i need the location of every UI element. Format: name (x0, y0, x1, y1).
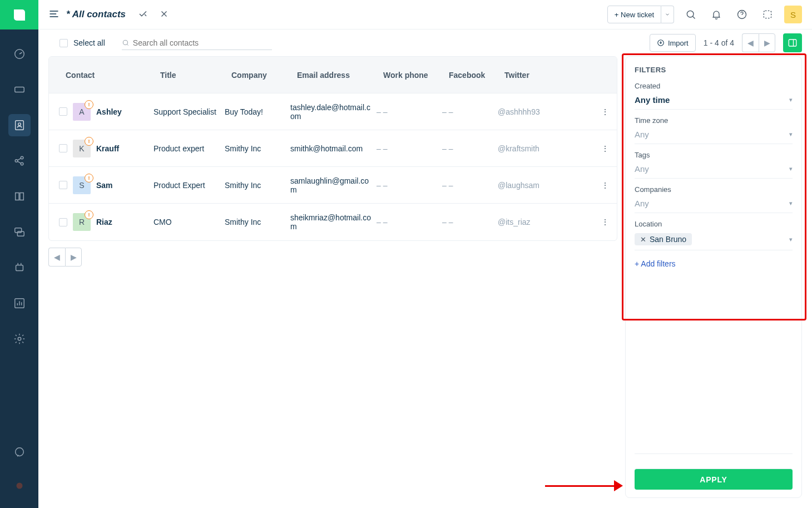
filter-created-select[interactable]: Any time ▾ (635, 92, 793, 110)
share-icon (13, 155, 26, 167)
nav-dashboard[interactable] (8, 43, 31, 65)
row-checkbox[interactable] (59, 218, 67, 226)
svg-rect-1 (14, 87, 24, 92)
nav-admin[interactable] (8, 328, 31, 350)
close-view-button[interactable] (159, 9, 169, 21)
contact-twitter: @kraftsmith (498, 144, 565, 153)
search-icon (685, 9, 696, 20)
contact-name: Sam (96, 181, 113, 190)
chart-icon (13, 297, 26, 309)
nav-forums[interactable] (8, 221, 31, 243)
filter-created-value: Any time (635, 95, 670, 105)
contact-facebook: – – (442, 181, 498, 190)
filter-companies-label: Companies (635, 185, 793, 194)
logo[interactable] (0, 0, 38, 29)
bot-icon (13, 262, 26, 274)
new-ticket-button[interactable]: + New ticket (607, 6, 661, 23)
select-all-checkbox[interactable] (60, 39, 68, 47)
next-page-button[interactable]: ▶ (759, 33, 775, 52)
nav-automation[interactable] (8, 257, 31, 279)
col-email[interactable]: Email address (297, 71, 383, 80)
search-contacts-field[interactable] (122, 36, 272, 50)
nav-contacts[interactable] (8, 114, 31, 136)
filter-timezone-value: Any (635, 130, 649, 139)
row-checkbox[interactable] (59, 107, 67, 116)
notifications-button[interactable] (707, 6, 725, 23)
chat-circle-icon (13, 446, 26, 458)
freshworks-button[interactable] (759, 6, 776, 23)
filter-companies-select[interactable]: Any ▾ (635, 196, 793, 213)
next-page-button-bottom[interactable]: ▶ (65, 248, 82, 267)
table-row[interactable]: R Riaz CMO Smithy Inc sheikmriaz@hotmail… (49, 204, 617, 240)
nav-social[interactable] (8, 150, 31, 172)
contact-phone: – – (377, 181, 442, 190)
search-icon (122, 39, 130, 47)
contact-name: Krauff (96, 144, 119, 153)
remove-location-tag[interactable]: ✕ (640, 236, 646, 243)
filter-tags-label: Tags (635, 151, 793, 159)
col-company[interactable]: Company (231, 71, 297, 80)
location-tag-text: San Bruno (650, 235, 686, 244)
filter-timezone-select[interactable]: Any ▾ (635, 127, 793, 144)
save-view-button[interactable] (138, 9, 148, 21)
filter-panel-toggle[interactable] (783, 33, 802, 52)
contact-phone: – – (377, 144, 442, 153)
nav-status[interactable] (8, 475, 31, 497)
contact-title: Product Expert (154, 181, 225, 190)
contact-phone: – – (377, 107, 442, 116)
table-row[interactable]: K Krauff Product expert Smithy Inc smith… (49, 130, 617, 167)
filter-tags-value: Any (635, 164, 649, 174)
nav-solutions[interactable] (8, 185, 31, 208)
nav-tickets[interactable] (8, 78, 31, 101)
filter-location-label: Location (635, 220, 793, 228)
row-menu-button[interactable]: ⋮ (592, 107, 609, 116)
add-filters-link[interactable]: + Add filters (635, 259, 793, 268)
row-menu-button[interactable]: ⋮ (592, 181, 609, 190)
hamburger-icon (48, 9, 60, 19)
contact-name: Ashley (96, 107, 122, 116)
freshdesk-logo-icon (11, 7, 28, 23)
contact-email: sheikmriaz@hotmail.com (290, 213, 377, 231)
col-contact[interactable]: Contact (66, 71, 160, 80)
row-checkbox[interactable] (59, 181, 67, 189)
import-icon (657, 39, 665, 47)
row-menu-button[interactable]: ⋮ (592, 144, 609, 153)
contacts-table: Contact Title Company Email address Work… (48, 56, 617, 241)
svg-rect-9 (16, 265, 23, 270)
contact-avatar: R (73, 213, 91, 231)
col-title[interactable]: Title (160, 71, 231, 80)
chats-icon (13, 226, 26, 238)
new-ticket-dropdown[interactable] (661, 6, 674, 23)
filter-location-select[interactable]: ✕ San Bruno ▾ (635, 230, 793, 250)
help-button[interactable] (733, 6, 751, 23)
chevron-down-icon: ▾ (789, 200, 793, 207)
menu-toggle[interactable] (48, 9, 60, 21)
col-phone[interactable]: Work phone (383, 71, 449, 80)
table-row[interactable]: A Ashley Support Specialist Buy Today! t… (49, 93, 617, 130)
prev-page-button[interactable]: ◀ (742, 33, 759, 52)
row-checkbox[interactable] (59, 144, 67, 152)
row-menu-button[interactable]: ⋮ (592, 218, 609, 226)
apply-filters-button[interactable]: APPLY (635, 468, 793, 490)
contact-title: CMO (154, 218, 225, 226)
col-facebook[interactable]: Facebook (449, 71, 504, 80)
contact-email: smithk@hotmail.com (290, 144, 377, 153)
col-twitter[interactable]: Twitter (504, 71, 571, 80)
svg-point-12 (15, 448, 23, 456)
import-button[interactable]: Import (650, 34, 696, 52)
search-contacts-input[interactable] (133, 38, 272, 47)
check-pencil-icon (138, 9, 148, 19)
filters-panel: FILTERS Created Any time ▾ Time zone Any… (625, 56, 802, 498)
nav-freshchat[interactable] (8, 441, 31, 463)
book-icon (13, 190, 26, 203)
table-row[interactable]: S Sam Product Expert Smithy Inc samlaugh… (49, 167, 617, 204)
nav-analytics[interactable] (8, 292, 31, 314)
search-button[interactable] (682, 6, 700, 23)
svg-point-11 (18, 337, 21, 341)
topbar: * All contacts + New ticket S (38, 0, 812, 29)
filter-tags-select[interactable]: Any ▾ (635, 161, 793, 179)
prev-page-button-bottom[interactable]: ◀ (48, 248, 65, 267)
profile-avatar[interactable]: S (784, 6, 802, 23)
chevron-down-icon (665, 12, 670, 17)
select-all-label: Select all (73, 38, 105, 47)
